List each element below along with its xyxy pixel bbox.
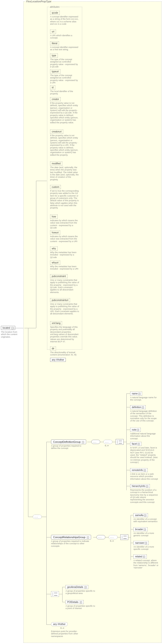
attributes-title: attributes: [49, 6, 60, 8]
attr-desc: A concept identifier expressed as a free…: [50, 46, 80, 51]
attr-desc: Why the metadata has been included - exp…: [50, 251, 80, 258]
element-note: note+: [130, 428, 141, 432]
el-desc: Represents the position of a concept in …: [130, 489, 158, 503]
el-label: narrower: [135, 542, 144, 544]
crg-desc: A group of properties required to indica…: [51, 540, 91, 547]
el-desc: An identifier of a more specific concept: [133, 546, 159, 550]
sequence-icon: [103, 440, 112, 444]
any-element: any ##other: [51, 622, 68, 626]
cardinality: 0..∞: [110, 540, 114, 542]
expand-icon[interactable]: −: [11, 327, 13, 329]
choice-icon: [116, 439, 124, 445]
crg-label: ConceptRelationshipsGroup: [53, 536, 85, 538]
connector: [24, 328, 36, 328]
poi-desc: A group of properties specific to a poin…: [66, 605, 96, 610]
attr-whyuri: whyuriWhy the metadata has been included…: [50, 260, 80, 270]
connector: [59, 594, 62, 594]
el-label: sameAs: [135, 514, 144, 516]
attr-howuri: howuriIndicates by which means the value…: [50, 230, 80, 242]
expand-icon[interactable]: +: [84, 586, 87, 588]
attr-name: whyuri: [50, 260, 60, 264]
any-el-desc: Extension point for provider-defined pro…: [51, 630, 84, 638]
expand-icon[interactable]: +: [143, 556, 145, 558]
attr-desc: A URI which identifies a concept.: [50, 34, 80, 39]
sequence-icon: [96, 535, 105, 539]
el-label: remoteInfo: [132, 469, 143, 472]
expand-icon[interactable]: −: [82, 441, 84, 443]
attr-typeuri: typeuriThe type of the concept assigned …: [50, 70, 80, 84]
attr-desc: If the property value is not defined, sp…: [50, 102, 80, 124]
connector: [46, 537, 51, 538]
expand-icon[interactable]: +: [138, 393, 141, 395]
located-box: located −: [1, 326, 15, 330]
attr-desc: If the property value is not defined, sp…: [50, 134, 80, 156]
attr-pubconstrainturi: pubconstrainturiOne or many constraints …: [50, 298, 80, 315]
connector: [131, 529, 133, 530]
expand-icon[interactable]: +: [138, 443, 140, 445]
attr-name: typeuri: [50, 70, 60, 74]
attr-name: how: [50, 214, 58, 218]
connector: [62, 587, 66, 587]
attr-why: whyWhy the metadata has been included - …: [50, 246, 80, 258]
expand-icon[interactable]: +: [145, 542, 147, 544]
gad-desc: A group of properties specific to a geop…: [66, 590, 96, 595]
connector: [126, 394, 127, 490]
el-label: facet: [132, 442, 137, 445]
connector: [93, 537, 96, 538]
el-label: definition: [132, 406, 141, 408]
poi-label: POIDetails: [67, 601, 79, 604]
attr-desc: Indicates by which means the value was e…: [50, 219, 80, 229]
conceptdefinitiongroup: ConceptDefinitionGroup −: [51, 440, 86, 444]
attr-uri: uriA URI which identifies a concept.: [50, 30, 80, 39]
expand-icon[interactable]: +: [80, 601, 82, 604]
sequence-icon: [33, 515, 42, 519]
attr-desc: The directionality of textual content (e…: [50, 351, 80, 356]
expand-icon[interactable]: +: [142, 406, 144, 408]
attr-desc: The type of the concept assigned as cont…: [50, 58, 80, 68]
connector: [36, 181, 47, 181]
attr-desc: If set to true the corresponding propert…: [50, 190, 80, 209]
expand-icon[interactable]: −: [87, 536, 89, 538]
geoareadetails: geoAreaDetails +: [66, 585, 88, 589]
attr-custom: customIf set to true the corresponding p…: [50, 185, 80, 209]
expand-icon[interactable]: +: [144, 528, 146, 530]
attr-desc: One or many constraints that apply to pu…: [50, 303, 80, 315]
expand-icon[interactable]: +: [144, 514, 146, 516]
attr-name: xml:lang: [50, 321, 62, 325]
expand-icon[interactable]: +: [137, 429, 139, 431]
attr-desc: The local identifier of the property.: [50, 90, 80, 95]
element-hierarchyInfo: hierarchyInfo+: [130, 484, 150, 488]
connector: [126, 470, 130, 470]
gad-label: geoAreaDetails: [67, 586, 83, 588]
attr-type: typeThe type of the concept assigned as …: [50, 54, 80, 68]
any-el-label: any ##other: [53, 623, 66, 626]
sequence-icon: [91, 440, 100, 444]
choice-icon: [51, 591, 59, 597]
expand-icon[interactable]: +: [146, 485, 148, 488]
attr-creatoruri: creatoruriIf the property value is not d…: [50, 130, 80, 156]
connector: [46, 442, 51, 442]
any-attribute: any ##other: [50, 358, 66, 362]
connector: [131, 515, 133, 515]
located-element: located − The location from which the co…: [1, 326, 22, 338]
attr-name: why: [50, 246, 58, 250]
element-facet: facet+: [130, 442, 141, 446]
el-label: broader: [135, 528, 143, 530]
poidetails: POIDetails +: [66, 600, 83, 604]
attr-name: creator: [50, 97, 61, 101]
attr-name: creatoruri: [50, 130, 63, 134]
expand-icon[interactable]: +: [144, 469, 146, 472]
attr-desc: The type of the concept assigned as cont…: [50, 74, 80, 84]
attr-dir: dirThe directionality of textual content…: [50, 346, 80, 356]
el-label: name: [132, 392, 138, 395]
any-attr-label: any ##other: [52, 358, 64, 361]
connector: [46, 442, 47, 624]
el-desc: An identifier of a concept with equivale…: [133, 518, 159, 523]
sequence-icon: [109, 535, 118, 539]
el-desc: An identifier of a more generic concept: [133, 532, 159, 537]
cardinality: 0..∞: [60, 627, 64, 629]
attr-name: dir: [50, 346, 56, 350]
attr-desc: Indicates by which means the value was e…: [50, 235, 80, 242]
cdg-label: ConceptDefinitionGroup: [53, 440, 81, 443]
connector: [124, 442, 126, 442]
